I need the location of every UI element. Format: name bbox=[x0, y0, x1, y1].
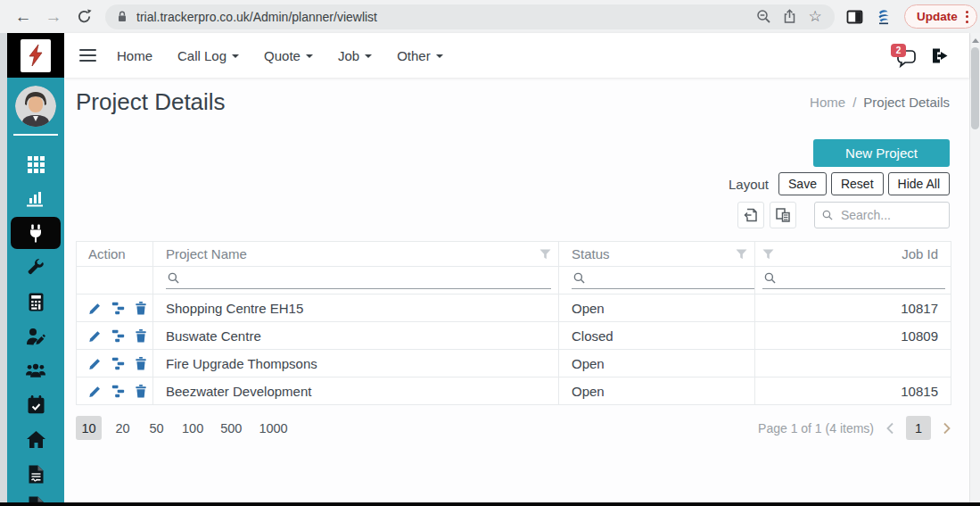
project-name-cell: Shopping Centre EH15 bbox=[153, 294, 559, 321]
avatar-image bbox=[15, 86, 56, 127]
page-size-selector: 10 20 50 100 500 1000 bbox=[76, 416, 292, 440]
table-row: Fire Upgrade Thompsons Open bbox=[76, 350, 951, 377]
page-scrollbar[interactable] bbox=[969, 33, 980, 502]
filter-funnel-icon[interactable] bbox=[762, 249, 774, 260]
project-name-cell: Beezwater Development bbox=[153, 377, 559, 404]
edit-pencil-icon[interactable] bbox=[88, 329, 102, 343]
column-header-job-id[interactable]: Job Id bbox=[755, 242, 951, 266]
sidebar-item-schedule[interactable] bbox=[26, 394, 45, 414]
update-button[interactable]: Update bbox=[904, 4, 977, 29]
menu-item-job[interactable]: Job bbox=[338, 48, 372, 63]
export-icon bbox=[743, 207, 759, 223]
bookmark-button[interactable]: ☆ bbox=[806, 8, 824, 26]
zoom-out-icon bbox=[756, 9, 771, 24]
filter-cell-job-id bbox=[755, 267, 951, 294]
gantt-planner-icon[interactable] bbox=[111, 385, 125, 398]
url-text: trial.trackerpro.co.uk/Admin/planner/vie… bbox=[136, 10, 746, 24]
sidebar-item-contracts[interactable] bbox=[26, 464, 45, 484]
delete-trash-icon[interactable] bbox=[135, 302, 147, 315]
zoom-out-button[interactable] bbox=[754, 8, 772, 26]
sidebar-item-planner-active[interactable] bbox=[11, 217, 61, 249]
new-project-button[interactable]: New Project bbox=[813, 139, 950, 167]
filter-search-icon bbox=[168, 272, 179, 284]
column-chooser-button[interactable] bbox=[770, 202, 796, 228]
edit-pencil-icon[interactable] bbox=[88, 302, 102, 315]
app-logo[interactable] bbox=[7, 33, 64, 78]
prev-page-button[interactable] bbox=[885, 422, 894, 435]
column-label: Project Name bbox=[166, 246, 247, 261]
logout-button[interactable] bbox=[931, 47, 949, 64]
filter-funnel-icon[interactable] bbox=[736, 249, 747, 260]
update-button-label: Update bbox=[917, 10, 958, 23]
scrollbar-up-icon[interactable] bbox=[972, 38, 979, 43]
column-header-action[interactable]: Action bbox=[76, 242, 153, 266]
filter-input-project-name[interactable] bbox=[184, 270, 551, 286]
notifications-button[interactable]: 2 bbox=[893, 46, 914, 65]
sidebar-item-tools[interactable] bbox=[26, 257, 45, 277]
menu-item-home[interactable]: Home bbox=[117, 48, 152, 63]
page-size-10[interactable]: 10 bbox=[76, 416, 102, 440]
browser-menu-kebab-icon[interactable] bbox=[966, 11, 968, 23]
filter-cell-status bbox=[559, 267, 755, 294]
page-size-1000[interactable]: 1000 bbox=[254, 416, 292, 440]
layout-save-button[interactable]: Save bbox=[778, 172, 827, 195]
main-area: Home Call Log Quote Job Other 2 Project … bbox=[64, 33, 969, 502]
menu-label: Quote bbox=[264, 48, 301, 63]
export-button[interactable] bbox=[737, 202, 764, 228]
layout-reset-button[interactable]: Reset bbox=[831, 172, 884, 195]
table-header-row: Action Project Name Status Job Id bbox=[76, 241, 951, 267]
menu-item-call-log[interactable]: Call Log bbox=[177, 48, 239, 63]
action-cell bbox=[76, 294, 153, 321]
filter-input-job-id[interactable] bbox=[780, 270, 945, 286]
plug-icon bbox=[27, 224, 45, 243]
next-page-button[interactable] bbox=[943, 422, 951, 435]
delete-trash-icon[interactable] bbox=[135, 357, 147, 370]
scrollbar-thumb[interactable] bbox=[971, 47, 979, 129]
sidebar-item-teams[interactable] bbox=[26, 360, 45, 379]
browser-reload-button[interactable] bbox=[73, 6, 95, 28]
sidebar-item-dashboard[interactable] bbox=[26, 154, 45, 174]
layout-hide-all-button[interactable]: Hide All bbox=[888, 172, 950, 195]
extension-icon bbox=[876, 8, 892, 26]
page-size-50[interactable]: 50 bbox=[144, 416, 169, 440]
url-bar[interactable]: trial.trackerpro.co.uk/Admin/planner/vie… bbox=[105, 4, 835, 29]
page-size-20[interactable]: 20 bbox=[110, 416, 136, 440]
grid-search-input[interactable] bbox=[839, 207, 942, 223]
notification-badge: 2 bbox=[891, 44, 906, 57]
lightning-bolt-icon bbox=[26, 44, 45, 67]
sidebar bbox=[7, 33, 64, 502]
edit-pencil-icon[interactable] bbox=[88, 357, 102, 370]
menu-item-quote[interactable]: Quote bbox=[264, 48, 313, 63]
browser-forward-button[interactable]: → bbox=[43, 6, 64, 28]
column-header-project-name[interactable]: Project Name bbox=[153, 242, 559, 266]
column-header-status[interactable]: Status bbox=[559, 242, 755, 266]
browser-toolbar: ← → trial.trackerpro.co.uk/Admin/planner… bbox=[0, 0, 980, 33]
filter-funnel-icon[interactable] bbox=[539, 249, 551, 260]
filter-input-status[interactable] bbox=[589, 270, 754, 286]
menu-item-other[interactable]: Other bbox=[397, 48, 443, 63]
page-size-100[interactable]: 100 bbox=[177, 416, 208, 440]
sidebar-item-home[interactable] bbox=[26, 429, 45, 449]
gantt-planner-icon[interactable] bbox=[111, 329, 125, 343]
gantt-planner-icon[interactable] bbox=[111, 302, 125, 315]
share-button[interactable] bbox=[780, 8, 798, 26]
table-row: Buswate Centre Closed 10809 bbox=[76, 322, 951, 350]
delete-trash-icon[interactable] bbox=[135, 385, 147, 398]
grid-icon bbox=[28, 156, 45, 173]
breadcrumb-home-link[interactable]: Home bbox=[810, 95, 845, 110]
gantt-planner-icon[interactable] bbox=[111, 357, 125, 370]
hamburger-menu-button[interactable] bbox=[79, 49, 96, 62]
file-signature-icon bbox=[29, 465, 44, 484]
browser-back-button[interactable]: ← bbox=[12, 6, 34, 28]
page-size-500[interactable]: 500 bbox=[216, 416, 246, 440]
sidebar-item-reports[interactable] bbox=[26, 188, 45, 208]
sidebar-item-customer-edit[interactable] bbox=[26, 327, 45, 346]
edit-pencil-icon[interactable] bbox=[88, 385, 102, 398]
caret-down-icon bbox=[365, 54, 372, 58]
sidebar-item-estimating[interactable] bbox=[26, 292, 45, 311]
extension-button[interactable] bbox=[876, 8, 892, 26]
page-number-button[interactable]: 1 bbox=[906, 416, 931, 440]
user-avatar[interactable] bbox=[15, 86, 56, 127]
side-panel-button[interactable] bbox=[846, 9, 863, 25]
delete-trash-icon[interactable] bbox=[135, 329, 147, 343]
